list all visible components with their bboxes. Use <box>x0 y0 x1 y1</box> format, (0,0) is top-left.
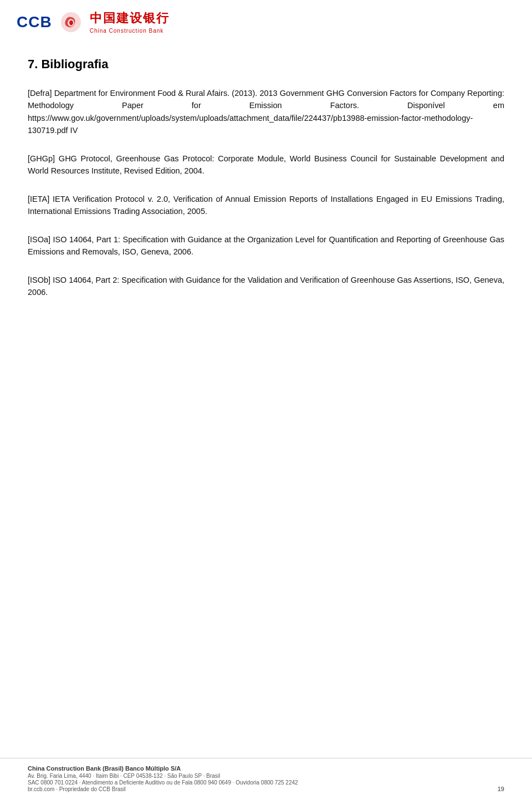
ccb-emblem <box>58 11 84 33</box>
reference-ghgp: [GHGp] GHG Protocol, Greenhouse Gas Prot… <box>28 152 504 177</box>
logo-area: CCB 中国建设银行 China Construction Bank <box>17 10 170 34</box>
reference-defra-text: [Defra] Department for Environment Food … <box>28 87 504 137</box>
page-container: CCB 中国建设银行 China Construction Bank <box>0 0 532 800</box>
footer-website: br.ccb.com · Propriedade do CCB Brasil <box>28 786 504 792</box>
page-header: CCB 中国建设银行 China Construction Bank <box>0 0 532 40</box>
reference-isoa: [ISOa] ISO 14064, Part 1: Specification … <box>28 233 504 258</box>
reference-ghgp-text: [GHGp] GHG Protocol, Greenhouse Gas Prot… <box>28 152 504 177</box>
reference-ieta: [IETA] IETA Verification Protocol v. 2.0… <box>28 193 504 218</box>
main-content: 7. Bibliografia [Defra] Department for E… <box>0 40 532 299</box>
ccb-abbreviation: CCB <box>17 13 52 31</box>
bank-name-chinese: 中国建设银行 <box>90 10 170 27</box>
reference-isoa-text: [ISOa] ISO 14064, Part 1: Specification … <box>28 233 504 258</box>
footer-address: Av. Brig. Faria Lima, 4440 · Itaim Bibi … <box>28 773 504 779</box>
reference-defra: [Defra] Department for Environment Food … <box>28 87 504 137</box>
footer-company: China Construction Bank (Brasil) Banco M… <box>28 765 504 772</box>
page-footer: China Construction Bank (Brasil) Banco M… <box>0 758 532 800</box>
footer-sac: SAC 0800 701 0224 · Atendimento a Defici… <box>28 779 504 786</box>
bank-name-english: China Construction Bank <box>90 28 170 34</box>
reference-ieta-text: [IETA] IETA Verification Protocol v. 2.0… <box>28 193 504 218</box>
bank-name-block: 中国建设银行 China Construction Bank <box>90 10 170 34</box>
reference-isob: [ISOb] ISO 14064, Part 2: Specification … <box>28 274 504 299</box>
section-title: 7. Bibliografia <box>28 57 504 72</box>
reference-isob-text: [ISOb] ISO 14064, Part 2: Specification … <box>28 274 504 299</box>
footer-page-number: 19 <box>498 786 504 792</box>
